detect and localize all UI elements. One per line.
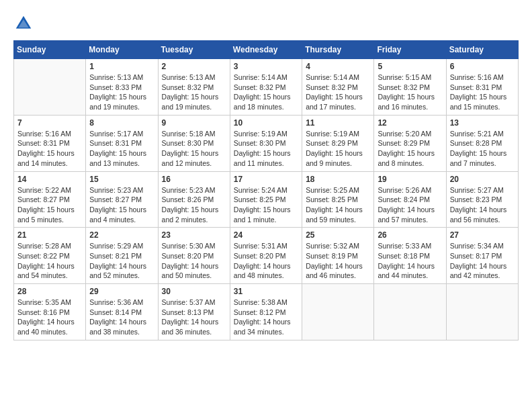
- day-info: Sunrise: 5:31 AM Sunset: 8:20 PM Dayligh…: [234, 241, 298, 281]
- calendar-cell: 20Sunrise: 5:27 AM Sunset: 8:23 PM Dayli…: [446, 171, 518, 228]
- calendar-cell: 7Sunrise: 5:16 AM Sunset: 8:31 PM Daylig…: [14, 115, 86, 171]
- day-info: Sunrise: 5:25 AM Sunset: 8:25 PM Dayligh…: [306, 185, 370, 225]
- day-info: Sunrise: 5:35 AM Sunset: 8:16 PM Dayligh…: [17, 298, 82, 337]
- calendar-cell: 22Sunrise: 5:29 AM Sunset: 8:21 PM Dayli…: [86, 228, 158, 284]
- weekday-header-row: SundayMondayTuesdayWednesdayThursdayFrid…: [14, 41, 519, 59]
- day-info: Sunrise: 5:20 AM Sunset: 8:29 PM Dayligh…: [378, 129, 442, 169]
- day-info: Sunrise: 5:36 AM Sunset: 8:14 PM Dayligh…: [89, 298, 154, 337]
- calendar-cell: 18Sunrise: 5:25 AM Sunset: 8:25 PM Dayli…: [302, 171, 374, 228]
- day-number: 24: [234, 230, 298, 240]
- weekday-header-wednesday: Wednesday: [230, 41, 302, 59]
- day-number: 18: [306, 175, 370, 184]
- day-info: Sunrise: 5:38 AM Sunset: 8:12 PM Dayligh…: [234, 298, 298, 337]
- calendar-cell: 16Sunrise: 5:23 AM Sunset: 8:26 PM Dayli…: [158, 171, 230, 228]
- day-number: 25: [306, 230, 370, 240]
- calendar-cell: [302, 284, 374, 340]
- day-number: 28: [17, 287, 82, 296]
- day-info: Sunrise: 5:18 AM Sunset: 8:30 PM Dayligh…: [162, 129, 226, 169]
- calendar-cell: 28Sunrise: 5:35 AM Sunset: 8:16 PM Dayli…: [14, 284, 86, 340]
- day-info: Sunrise: 5:17 AM Sunset: 8:31 PM Dayligh…: [89, 129, 154, 169]
- day-number: 15: [89, 175, 154, 184]
- day-info: Sunrise: 5:23 AM Sunset: 8:27 PM Dayligh…: [89, 185, 154, 225]
- calendar-cell: 5Sunrise: 5:15 AM Sunset: 8:32 PM Daylig…: [374, 59, 446, 116]
- calendar-cell: 21Sunrise: 5:28 AM Sunset: 8:22 PM Dayli…: [14, 228, 86, 284]
- calendar-cell: 9Sunrise: 5:18 AM Sunset: 8:30 PM Daylig…: [158, 115, 230, 171]
- calendar-cell: [446, 284, 518, 340]
- calendar-cell: 3Sunrise: 5:14 AM Sunset: 8:32 PM Daylig…: [230, 59, 302, 116]
- day-number: 1: [89, 62, 154, 71]
- day-number: 17: [234, 175, 298, 184]
- weekday-header-tuesday: Tuesday: [158, 41, 230, 59]
- calendar-cell: 2Sunrise: 5:13 AM Sunset: 8:32 PM Daylig…: [158, 59, 230, 116]
- day-info: Sunrise: 5:29 AM Sunset: 8:21 PM Dayligh…: [89, 241, 154, 281]
- day-number: 8: [89, 118, 154, 128]
- calendar-cell: 14Sunrise: 5:22 AM Sunset: 8:27 PM Dayli…: [14, 171, 86, 228]
- calendar-week-row: 28Sunrise: 5:35 AM Sunset: 8:16 PM Dayli…: [14, 284, 519, 340]
- day-number: 20: [450, 175, 515, 184]
- calendar-cell: 25Sunrise: 5:32 AM Sunset: 8:19 PM Dayli…: [302, 228, 374, 284]
- calendar-week-row: 1Sunrise: 5:13 AM Sunset: 8:33 PM Daylig…: [14, 59, 519, 116]
- weekday-header-thursday: Thursday: [302, 41, 374, 59]
- calendar-cell: [374, 284, 446, 340]
- logo-icon: [13, 13, 34, 34]
- calendar-cell: 15Sunrise: 5:23 AM Sunset: 8:27 PM Dayli…: [86, 171, 158, 228]
- day-info: Sunrise: 5:13 AM Sunset: 8:33 PM Dayligh…: [89, 73, 154, 112]
- day-info: Sunrise: 5:32 AM Sunset: 8:19 PM Dayligh…: [306, 241, 370, 281]
- day-info: Sunrise: 5:16 AM Sunset: 8:31 PM Dayligh…: [17, 129, 82, 169]
- weekday-header-sunday: Sunday: [14, 41, 86, 59]
- calendar-cell: 4Sunrise: 5:14 AM Sunset: 8:32 PM Daylig…: [302, 59, 374, 116]
- day-info: Sunrise: 5:27 AM Sunset: 8:23 PM Dayligh…: [450, 185, 515, 225]
- day-number: 27: [450, 230, 515, 240]
- day-number: 9: [162, 118, 226, 128]
- day-number: 12: [378, 118, 442, 128]
- day-info: Sunrise: 5:22 AM Sunset: 8:27 PM Dayligh…: [17, 185, 82, 225]
- day-info: Sunrise: 5:26 AM Sunset: 8:24 PM Dayligh…: [378, 185, 442, 225]
- calendar-cell: 8Sunrise: 5:17 AM Sunset: 8:31 PM Daylig…: [86, 115, 158, 171]
- calendar-body: 1Sunrise: 5:13 AM Sunset: 8:33 PM Daylig…: [14, 59, 519, 340]
- day-number: 7: [17, 118, 82, 128]
- day-number: 30: [162, 287, 226, 296]
- calendar-cell: 30Sunrise: 5:37 AM Sunset: 8:13 PM Dayli…: [158, 284, 230, 340]
- day-number: 19: [378, 175, 442, 184]
- calendar-table: SundayMondayTuesdayWednesdayThursdayFrid…: [13, 40, 519, 340]
- day-info: Sunrise: 5:37 AM Sunset: 8:13 PM Dayligh…: [162, 298, 226, 337]
- weekday-header-saturday: Saturday: [446, 41, 518, 59]
- day-number: 22: [89, 230, 154, 240]
- day-info: Sunrise: 5:23 AM Sunset: 8:26 PM Dayligh…: [162, 185, 226, 225]
- calendar-cell: 10Sunrise: 5:19 AM Sunset: 8:30 PM Dayli…: [230, 115, 302, 171]
- day-info: Sunrise: 5:13 AM Sunset: 8:32 PM Dayligh…: [162, 73, 226, 112]
- day-info: Sunrise: 5:24 AM Sunset: 8:25 PM Dayligh…: [234, 185, 298, 225]
- day-number: 26: [378, 230, 442, 240]
- day-info: Sunrise: 5:33 AM Sunset: 8:18 PM Dayligh…: [378, 241, 442, 281]
- day-info: Sunrise: 5:16 AM Sunset: 8:31 PM Dayligh…: [450, 73, 515, 112]
- day-info: Sunrise: 5:28 AM Sunset: 8:22 PM Dayligh…: [17, 241, 82, 281]
- calendar-week-row: 14Sunrise: 5:22 AM Sunset: 8:27 PM Dayli…: [14, 171, 519, 228]
- day-number: 31: [234, 287, 298, 296]
- day-info: Sunrise: 5:21 AM Sunset: 8:28 PM Dayligh…: [450, 129, 515, 169]
- calendar-week-row: 21Sunrise: 5:28 AM Sunset: 8:22 PM Dayli…: [14, 228, 519, 284]
- day-number: 3: [234, 62, 298, 71]
- weekday-header-monday: Monday: [86, 41, 158, 59]
- calendar-cell: 19Sunrise: 5:26 AM Sunset: 8:24 PM Dayli…: [374, 171, 446, 228]
- calendar-cell: 23Sunrise: 5:30 AM Sunset: 8:20 PM Dayli…: [158, 228, 230, 284]
- day-number: 6: [450, 62, 515, 71]
- day-number: 11: [306, 118, 370, 128]
- calendar-cell: 31Sunrise: 5:38 AM Sunset: 8:12 PM Dayli…: [230, 284, 302, 340]
- day-info: Sunrise: 5:30 AM Sunset: 8:20 PM Dayligh…: [162, 241, 226, 281]
- day-number: 29: [89, 287, 154, 296]
- day-number: 4: [306, 62, 370, 71]
- calendar-cell: 24Sunrise: 5:31 AM Sunset: 8:20 PM Dayli…: [230, 228, 302, 284]
- calendar-cell: 11Sunrise: 5:19 AM Sunset: 8:29 PM Dayli…: [302, 115, 374, 171]
- calendar-cell: [14, 59, 86, 116]
- day-info: Sunrise: 5:14 AM Sunset: 8:32 PM Dayligh…: [306, 73, 370, 112]
- day-info: Sunrise: 5:19 AM Sunset: 8:30 PM Dayligh…: [234, 129, 298, 169]
- calendar-cell: 1Sunrise: 5:13 AM Sunset: 8:33 PM Daylig…: [86, 59, 158, 116]
- calendar-week-row: 7Sunrise: 5:16 AM Sunset: 8:31 PM Daylig…: [14, 115, 519, 171]
- day-info: Sunrise: 5:19 AM Sunset: 8:29 PM Dayligh…: [306, 129, 370, 169]
- day-info: Sunrise: 5:34 AM Sunset: 8:17 PM Dayligh…: [450, 241, 515, 281]
- day-number: 13: [450, 118, 515, 128]
- calendar-cell: 27Sunrise: 5:34 AM Sunset: 8:17 PM Dayli…: [446, 228, 518, 284]
- day-info: Sunrise: 5:14 AM Sunset: 8:32 PM Dayligh…: [234, 73, 298, 112]
- day-number: 14: [17, 175, 82, 184]
- page-header: [13, 13, 519, 34]
